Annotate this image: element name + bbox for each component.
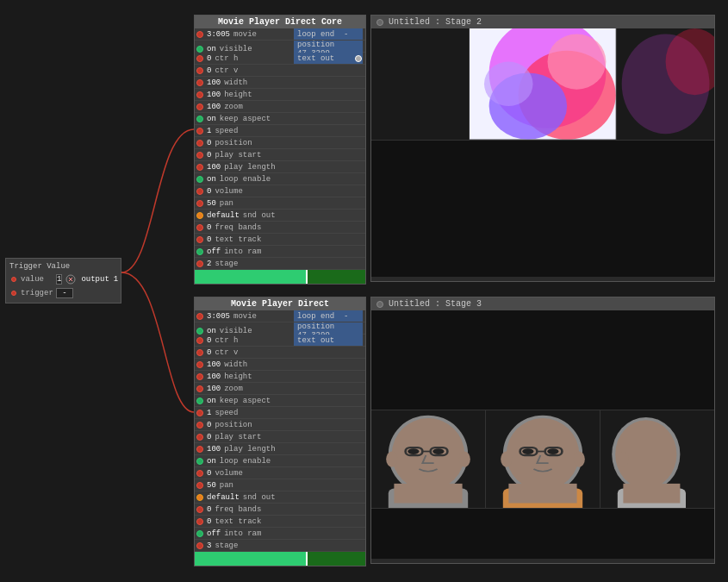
row-dot-speed[interactable] <box>196 128 203 135</box>
node-row: 0freq bands <box>195 504 365 516</box>
node2-progress[interactable] <box>195 552 365 566</box>
row-dot-keep-aspect[interactable] <box>196 397 203 404</box>
svg-point-21 <box>386 452 397 467</box>
svg-point-40 <box>618 452 629 467</box>
row-dot-pan[interactable] <box>196 482 203 489</box>
node-row: offinto ram <box>195 528 365 540</box>
row-dot-width[interactable] <box>196 361 203 368</box>
node1-row-visible: on visible position 47,3299 <box>195 41 365 53</box>
row-dot-play-start[interactable] <box>196 152 203 159</box>
node2-title: Movie Player Direct <box>195 297 365 310</box>
stage3-window: Untitled : Stage 3 <box>370 297 715 564</box>
node-row: 50pan <box>195 197 365 210</box>
node-row: onkeep aspect <box>195 395 365 407</box>
stage3-top <box>371 310 714 410</box>
row-dot-volume[interactable] <box>196 470 203 477</box>
svg-rect-36 <box>508 484 576 504</box>
node-row: 0freq bands <box>195 222 365 234</box>
svg-point-15 <box>392 418 464 491</box>
row-dot-into-ram[interactable] <box>196 530 203 537</box>
node1-progress[interactable] <box>195 270 365 284</box>
node-row: 100width <box>195 77 365 89</box>
node2-simple-rows: 0ctr v100width100height100zoomonkeep asp… <box>195 347 365 552</box>
svg-point-22 <box>459 452 470 467</box>
row-dot-play-length[interactable] <box>196 164 203 171</box>
trigger-value-box[interactable]: 1 <box>56 274 62 285</box>
stage2-title: Untitled : Stage 2 <box>389 17 482 27</box>
node-row: 100play length <box>195 161 365 173</box>
trigger-trigger-box[interactable]: - <box>56 288 73 298</box>
stage2-left-panel <box>371 28 470 140</box>
dot-ctrh[interactable] <box>196 55 203 62</box>
dot2-visible[interactable] <box>196 328 203 335</box>
node1-simple-rows: 0ctr v100width100height100zoomonkeep asp… <box>195 65 365 270</box>
dot2-ctrh[interactable] <box>196 337 203 344</box>
row-dot-text-track[interactable] <box>196 236 203 243</box>
node-row: 0play start <box>195 149 365 161</box>
row-dot-into-ram[interactable] <box>196 248 203 255</box>
dot2-movie[interactable] <box>196 313 203 320</box>
stage3-dot <box>376 301 383 308</box>
row-dot-loop-enable[interactable] <box>196 176 203 183</box>
row-dot-keep-aspect[interactable] <box>196 116 203 122</box>
row-dot-snd-out[interactable] <box>196 212 203 219</box>
row-dot-play-length[interactable] <box>196 446 203 453</box>
svg-point-20 <box>432 448 444 454</box>
row-dot-zoom[interactable] <box>196 103 203 110</box>
stage2-titlebar: Untitled : Stage 2 <box>371 16 714 28</box>
node-row: 1speed <box>195 407 365 419</box>
row-dot-height[interactable] <box>196 373 203 380</box>
node-row: 100width <box>195 359 365 371</box>
row-dot-ctr-v[interactable] <box>196 349 203 356</box>
node-row: 100zoom <box>195 101 365 113</box>
output-label: output <box>81 275 109 284</box>
svg-rect-9 <box>470 28 616 140</box>
stage3-title: Untitled : Stage 3 <box>389 299 482 309</box>
row-dot-loop-enable[interactable] <box>196 458 203 465</box>
trigger-value-dot <box>11 277 16 282</box>
node-row: 50pan <box>195 479 365 491</box>
row-dot-play-start[interactable] <box>196 434 203 441</box>
row-dot-freq-bands[interactable] <box>196 506 203 513</box>
node-row: 100height <box>195 371 365 383</box>
svg-point-27 <box>507 418 579 491</box>
stage3-bottom <box>371 509 714 559</box>
row-dot-width[interactable] <box>196 79 203 86</box>
row-dot-text-track[interactable] <box>196 518 203 525</box>
row-dot-volume[interactable] <box>196 188 203 195</box>
node-row: 0play start <box>195 431 365 443</box>
row-dot-zoom[interactable] <box>196 385 203 392</box>
row-dot-speed[interactable] <box>196 410 203 416</box>
node-row: 0position <box>195 419 365 431</box>
trigger-node-title: Trigger Value <box>9 262 117 271</box>
node1-row-movie: 3:005 movie loop end - <box>195 28 365 41</box>
node-row: onkeep aspect <box>195 113 365 125</box>
svg-point-32 <box>547 448 558 454</box>
dot-text-out[interactable] <box>355 55 362 62</box>
row-dot-pan[interactable] <box>196 200 203 207</box>
stage2-window: Untitled : Stage 2 <box>370 15 715 282</box>
dot-visible[interactable] <box>196 46 203 53</box>
node-row: offinto ram <box>195 246 365 258</box>
row-dot-height[interactable] <box>196 91 203 98</box>
row-dot-position[interactable] <box>196 140 203 147</box>
node2-panel: Movie Player Direct 3:005 movie loop end… <box>194 297 366 566</box>
svg-point-33 <box>501 452 512 467</box>
row-dot-freq-bands[interactable] <box>196 224 203 231</box>
row-dot-position[interactable] <box>196 422 203 429</box>
node-row: 0volume <box>195 185 365 197</box>
stage3-face-left <box>371 410 486 508</box>
trigger-icon-group <box>65 273 77 285</box>
row-dot-ctr-v[interactable] <box>196 67 203 74</box>
trigger-value-label: value <box>21 275 53 284</box>
node2-row-ctrh: 0 ctr h text out <box>195 335 365 347</box>
stage2-art-panel <box>470 28 616 140</box>
node-row: 0text track <box>195 234 365 246</box>
node-row: 0ctr v <box>195 347 365 359</box>
row-dot-stage[interactable] <box>196 542 203 549</box>
node1-panel: Movie Player Direct Core 3:005 movie loo… <box>194 15 366 285</box>
output-value: 1 <box>114 275 118 284</box>
row-dot-snd-out[interactable] <box>196 494 203 501</box>
dot-movie[interactable] <box>196 31 203 38</box>
row-dot-stage[interactable] <box>196 260 203 267</box>
